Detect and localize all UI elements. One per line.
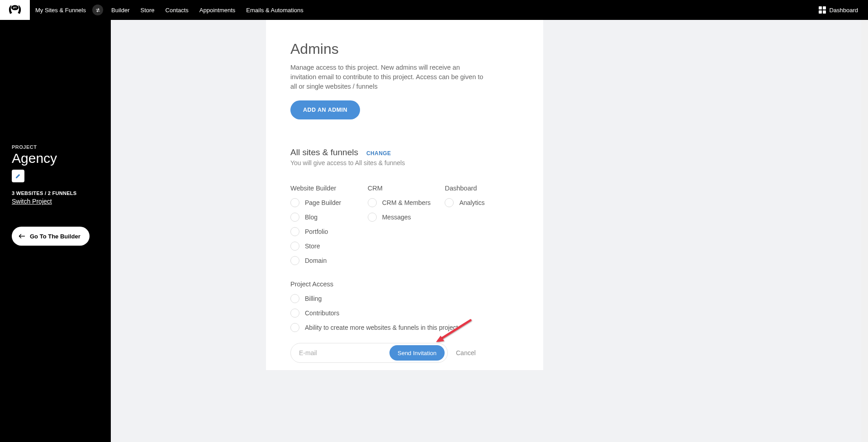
perm-col-crm: CRM CRM & Members Messages [368,185,441,271]
nav-dashboard[interactable]: Dashboard [813,0,868,20]
go-to-builder-button[interactable]: Go To The Builder [12,227,90,246]
email-input-pill: Send Invitation [290,343,448,363]
radio-icon [290,227,299,236]
nav-store[interactable]: Store [135,0,160,20]
page-title: Admins [290,41,519,57]
radio-icon [290,309,299,318]
swap-arrows-icon [95,7,101,13]
browser-scrollbar[interactable] [861,20,868,442]
radio-icon [368,213,377,222]
perm-head-crm: CRM [368,185,441,192]
nav-emails-automations[interactable]: Emails & Automations [241,0,308,20]
radio-icon [445,198,454,207]
project-sidebar: PROJECT Agency 3 WEBSITES / 2 FUNNELS Sw… [0,20,111,442]
perm-head-website-builder: Website Builder [290,185,363,192]
perm-blog[interactable]: Blog [290,213,363,222]
change-scope-link[interactable]: CHANGE [366,150,391,157]
edit-project-button[interactable] [12,170,24,182]
nav-builder[interactable]: Builder [106,0,135,20]
perm-messages[interactable]: Messages [368,213,441,222]
send-invitation-button[interactable]: Send Invitation [389,345,445,361]
pencil-icon [15,173,21,179]
radio-icon [290,323,299,332]
radio-icon [368,198,377,207]
perm-head-dashboard: Dashboard [445,185,519,192]
arrow-left-icon [18,233,25,239]
perm-col-website-builder: Website Builder Page Builder Blog Portfo… [290,185,363,271]
perm-store[interactable]: Store [290,242,363,251]
perm-domain[interactable]: Domain [290,256,363,265]
brand-logo[interactable]: IPT [0,0,30,20]
perm-billing[interactable]: Billing [290,294,519,303]
nav-appointments[interactable]: Appointments [194,0,241,20]
add-admin-button[interactable]: ADD AN ADMIN [290,100,360,119]
radio-icon [290,198,299,207]
switch-project-link[interactable]: Switch Project [12,198,99,205]
nav-dashboard-label: Dashboard [829,7,858,14]
dashboard-grid-icon [819,6,826,14]
perm-create-more-sites[interactable]: Ability to create more websites & funnel… [290,323,519,332]
permissions-columns: Website Builder Page Builder Blog Portfo… [290,185,519,271]
nav-my-sites-funnels[interactable]: My Sites & Funnels [30,0,91,20]
access-scope-subtitle: You will give access to All sites & funn… [290,159,519,166]
email-field[interactable] [299,349,389,356]
project-name: Agency [12,151,99,166]
project-label: PROJECT [12,144,99,150]
access-scope-title: All sites & funnels [290,147,358,157]
svg-text:IPT: IPT [13,6,17,9]
perm-contributors[interactable]: Contributors [290,309,519,318]
radio-icon [290,213,299,222]
radio-icon [290,294,299,303]
radio-icon [290,242,299,251]
sites-funnels-count: 3 WEBSITES / 2 FUNNELS [12,190,99,196]
laurel-ipt-icon: IPT [7,2,23,18]
perm-portfolio[interactable]: Portfolio [290,227,363,236]
perm-analytics[interactable]: Analytics [445,198,519,207]
admins-panel: Admins Manage access to this project. Ne… [266,20,543,370]
perm-page-builder[interactable]: Page Builder [290,198,363,207]
cancel-link[interactable]: Cancel [456,349,476,356]
nav-contacts[interactable]: Contacts [160,0,194,20]
go-builder-label: Go To The Builder [30,233,81,240]
invite-row: Send Invitation Cancel [290,343,519,363]
perm-crm-members[interactable]: CRM & Members [368,198,441,207]
top-nav-bar: IPT My Sites & Funnels Builder Store Con… [0,0,868,20]
project-access-title: Project Access [290,280,519,288]
radio-icon [290,256,299,265]
swap-project-icon[interactable] [92,5,103,15]
page-description: Manage access to this project. New admin… [290,63,485,91]
content-canvas: Admins Manage access to this project. Ne… [111,20,868,442]
perm-col-dashboard: Dashboard Analytics [445,185,519,271]
